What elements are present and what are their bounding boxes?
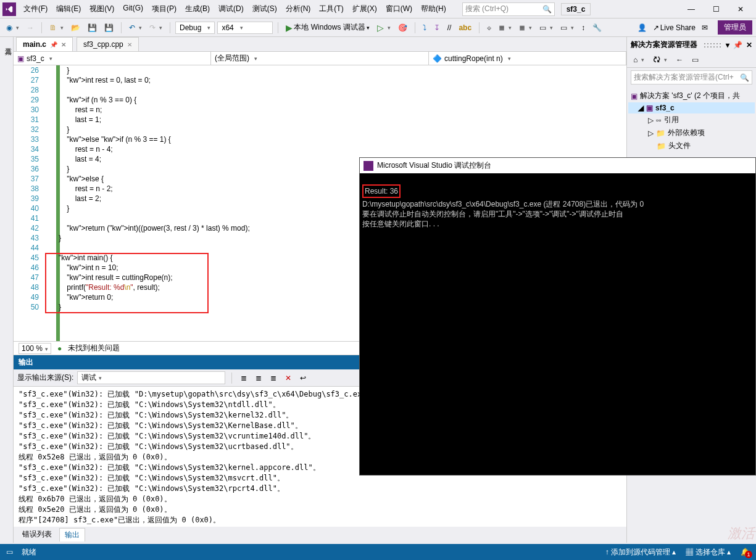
menu-item[interactable]: 项目(P) bbox=[148, 1, 180, 17]
console-body: D:\mysetup\gopath\src\dsy\sf3_c\x64\Debu… bbox=[362, 200, 644, 228]
menu-item[interactable]: 生成(B) bbox=[181, 1, 214, 17]
close-button[interactable]: ✕ bbox=[733, 5, 749, 14]
document-tabs: main.c📌✕sf3_cpp.cpp✕ bbox=[14, 37, 626, 52]
menu-item[interactable]: Git(G) bbox=[119, 1, 147, 17]
solution-title: 解决方案资源管理器 bbox=[631, 39, 697, 50]
menu-item[interactable]: 文件(F) bbox=[20, 1, 51, 17]
se-back-icon[interactable]: ← bbox=[673, 54, 686, 65]
maximize-button[interactable]: ☐ bbox=[708, 5, 724, 14]
step-over-icon[interactable]: ⤵ bbox=[420, 22, 429, 33]
step-into-icon[interactable]: ↧ bbox=[431, 22, 442, 33]
panel-close-icon[interactable]: ✕ bbox=[746, 41, 752, 49]
title-bar: 文件(F)编辑(E)视图(V)Git(G)项目(P)生成(B)调试(D)测试(S… bbox=[0, 0, 756, 19]
se-show-icon[interactable]: ▭ bbox=[689, 54, 701, 65]
sort-icon[interactable]: ↕ bbox=[579, 22, 588, 33]
comment-icon[interactable]: // bbox=[445, 22, 454, 33]
console-title: Microsoft Visual Studio 调试控制台 bbox=[377, 160, 491, 171]
nav-project[interactable]: ▣sf3_c bbox=[14, 52, 211, 65]
menu-item[interactable]: 扩展(X) bbox=[349, 1, 381, 17]
indent-icon[interactable]: ≣ bbox=[496, 22, 514, 33]
status-repo[interactable]: ▦ 选择仓库 ▴ bbox=[686, 547, 731, 558]
tree-headers[interactable]: 📁头文件 bbox=[628, 139, 755, 152]
menu-item[interactable]: 工具(T) bbox=[315, 1, 347, 17]
redo-button[interactable]: ↷ bbox=[147, 22, 165, 33]
toolbox-strip[interactable]: 工具箱 bbox=[0, 37, 14, 543]
output-wrap-icon[interactable]: ↩ bbox=[297, 373, 309, 384]
output-source-combo[interactable]: 调试 bbox=[77, 371, 225, 384]
se-sync-icon[interactable]: 🗘 bbox=[650, 54, 670, 65]
start-debug-button[interactable]: ▶本地 Windows 调试器 ▾ bbox=[283, 21, 372, 34]
menu-item[interactable]: 编辑(E) bbox=[52, 1, 85, 17]
status-ready: 就绪 bbox=[22, 547, 36, 558]
nav-fwd-button[interactable]: → bbox=[24, 22, 36, 33]
vs-logo-icon bbox=[2, 2, 16, 16]
menu-item[interactable]: 测试(S) bbox=[249, 1, 281, 17]
panel-pin-icon[interactable]: 📌 bbox=[733, 41, 742, 49]
se-home-icon[interactable]: ⌂ bbox=[631, 54, 647, 65]
abc-icon[interactable]: abc bbox=[456, 22, 474, 33]
menu-item[interactable]: 窗口(W) bbox=[382, 1, 416, 17]
console-result: Result: 36 bbox=[362, 184, 401, 198]
output-toggle-icon[interactable]: ≣ bbox=[268, 373, 279, 384]
output-col-icon[interactable]: ≣ bbox=[238, 373, 249, 384]
status-bar: ▭ 就绪 ↑ 添加到源代码管理 ▴ ▦ 选择仓库 ▴ 🔔 bbox=[0, 544, 756, 560]
search-icon: 🔍 bbox=[542, 5, 552, 14]
tree-project[interactable]: ◢▣sf3_c bbox=[628, 102, 755, 113]
status-square-icon: ▭ bbox=[6, 548, 13, 556]
tree-external[interactable]: ▷📁外部依赖项 bbox=[628, 126, 755, 139]
document-tab[interactable]: main.c📌✕ bbox=[16, 37, 73, 51]
solution-search[interactable]: 搜索解决方案资源管理器(Ctrl+🔍 bbox=[631, 70, 752, 84]
user-icon[interactable]: 👤 bbox=[638, 23, 647, 32]
panel-dropdown-icon[interactable]: ▾ bbox=[726, 41, 729, 49]
debug-console-window[interactable]: Microsoft Visual Studio 调试控制台 Result: 36… bbox=[359, 157, 756, 476]
liveshare-button[interactable]: ↗ Live Share bbox=[650, 22, 698, 33]
config-combo[interactable]: Debug bbox=[175, 22, 215, 34]
menu-item[interactable]: 视图(V) bbox=[86, 1, 118, 17]
output-clear-icon[interactable]: ✕ bbox=[283, 373, 294, 384]
nav-bar: ▣sf3_c (全局范围) 🔷cuttingRope(int n) bbox=[14, 52, 626, 65]
menu-item[interactable]: 调试(D) bbox=[215, 1, 247, 17]
bookmark-icon[interactable]: ▭ bbox=[537, 22, 555, 33]
notifications-icon[interactable]: 🔔 bbox=[741, 548, 750, 556]
check-icon: ● bbox=[57, 344, 62, 353]
console-icon bbox=[363, 161, 373, 171]
nav-back-button[interactable]: ◉ bbox=[4, 22, 22, 33]
open-button[interactable]: 📂 bbox=[69, 22, 83, 33]
document-tab[interactable]: sf3_cpp.cpp✕ bbox=[77, 37, 139, 51]
nav-member[interactable]: 🔷cuttingRope(int n) bbox=[429, 52, 626, 65]
issues-text: 未找到相关问题 bbox=[68, 343, 120, 353]
admin-badge: 管理员 bbox=[718, 20, 752, 35]
outdent-icon[interactable]: ≣ bbox=[517, 22, 534, 33]
start-noDebug-button[interactable]: ▷ bbox=[375, 22, 393, 34]
tree-references[interactable]: ▷▫▫引用 bbox=[628, 113, 755, 126]
minimize-button[interactable]: — bbox=[683, 5, 699, 14]
format-icon[interactable]: ⟐ bbox=[484, 22, 494, 33]
feedback-icon[interactable]: ✉ bbox=[702, 23, 708, 32]
undo-button[interactable]: ↶ bbox=[127, 22, 144, 33]
save-button[interactable]: 💾 bbox=[85, 22, 99, 33]
solution-root[interactable]: ▣解决方案 'sf3_c' (2 个项目，共 bbox=[628, 89, 755, 102]
console-title-bar[interactable]: Microsoft Visual Studio 调试控制台 bbox=[360, 158, 755, 173]
nav-scope[interactable]: (全局范围) bbox=[211, 52, 429, 65]
menu-item[interactable]: 帮助(H) bbox=[417, 1, 450, 17]
save-all-button[interactable]: 💾 bbox=[102, 22, 116, 33]
tab-output[interactable]: 输出 bbox=[59, 528, 85, 541]
main-menu: 文件(F)编辑(E)视图(V)Git(G)项目(P)生成(B)调试(D)测试(S… bbox=[20, 1, 450, 17]
wrench-icon[interactable]: 🔧 bbox=[590, 22, 604, 33]
project-name: sf3_c bbox=[561, 3, 591, 15]
new-item-button[interactable]: 🗎 bbox=[47, 22, 66, 33]
platform-combo[interactable]: x64 bbox=[217, 22, 273, 34]
tab-error-list[interactable]: 错误列表 bbox=[17, 528, 57, 541]
search-box[interactable]: 搜索 (Ctrl+Q)🔍 bbox=[462, 2, 555, 16]
main-toolbar: ◉ → 🗎 📂 💾 💾 ↶ ↷ Debug x64 ▶本地 Windows 调试… bbox=[0, 19, 756, 37]
status-source-control[interactable]: ↑ 添加到源代码管理 ▴ bbox=[605, 547, 676, 558]
zoom-combo[interactable]: 100 % bbox=[19, 343, 51, 354]
menu-item[interactable]: 分析(N) bbox=[282, 1, 315, 17]
group-icon[interactable]: ▭ bbox=[558, 22, 576, 33]
tool-icon[interactable]: 🎯 bbox=[396, 22, 410, 33]
output-source-label: 显示输出来源(S): bbox=[17, 373, 73, 383]
output-goto-icon[interactable]: ≣ bbox=[253, 373, 264, 384]
